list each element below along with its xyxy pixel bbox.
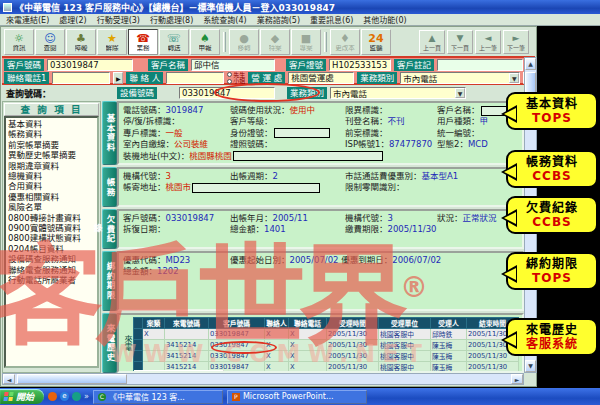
data-field: 裝機地址(中文)：桃園縣桃園 bbox=[123, 151, 383, 161]
chevron-more-icon[interactable]: » bbox=[84, 392, 89, 401]
menu-item-business-consult[interactable]: 業務諮詢(5) bbox=[257, 14, 300, 25]
customer-number-field[interactable]: 033019847 bbox=[47, 59, 133, 71]
device-number-button[interactable]: 設備號碼 bbox=[117, 87, 157, 99]
toolbar-button-business[interactable]: ☎業務 bbox=[128, 29, 158, 55]
scrollbar-thumb[interactable] bbox=[17, 374, 127, 384]
redacted-box bbox=[192, 183, 320, 193]
sidebar-item[interactable]: 優惠相關資料 bbox=[8, 192, 95, 202]
toolbar-button-monitor[interactable]: 24監聽 bbox=[361, 29, 391, 55]
scroll-right-button[interactable]: ► bbox=[511, 374, 523, 384]
sidebar-item[interactable]: 行動電話所屬業者 bbox=[8, 275, 95, 285]
sidebar-item[interactable]: 0204帳目資料 bbox=[8, 244, 95, 254]
scroll-down-button[interactable]: ▼ bbox=[525, 360, 536, 372]
toolbar-button-report[interactable]: ♠申報 bbox=[190, 29, 220, 55]
sidebar-item[interactable]: 限期違章資料 bbox=[8, 161, 95, 171]
callout-basic-info: 基本資料 TOPS bbox=[506, 92, 598, 130]
tab-billing[interactable]: 帳務 bbox=[102, 167, 117, 207]
prev-page-button[interactable]: ▲上一頁 bbox=[419, 30, 445, 54]
toolbar-button-transfer[interactable]: ☏轉送 bbox=[159, 29, 189, 55]
field-row: 客戶號碼：033019847 出帳年月：2005/11 機構代號：3 狀況：正常… bbox=[123, 213, 518, 224]
window-titlebar[interactable]: 《中華電信 123 客戶服務中心》【總機台】－標準值機人員－登入03301984… bbox=[0, 0, 600, 14]
customer-name-label: 客戶名稱 bbox=[148, 59, 188, 71]
chevron-down-icon[interactable]: ▼ bbox=[509, 73, 519, 83]
menu-item-incoming-link[interactable]: 來電連結(E) bbox=[6, 14, 49, 25]
radio-icon bbox=[227, 72, 232, 77]
chevron-down-icon[interactable]: ▼ bbox=[455, 88, 465, 98]
tab-call-history[interactable]: 來電歷史 bbox=[102, 313, 117, 373]
next-record-button[interactable]: ►下一筆 bbox=[503, 30, 529, 54]
data-field: 專戶標識：一般 bbox=[123, 128, 230, 139]
sidebar-item[interactable]: 聯絡電查服務通知 bbox=[8, 265, 95, 275]
ie-icon[interactable]: e bbox=[60, 392, 69, 401]
section-contract: 綁約期限 優惠代碼：MD23 優惠起始日別：2005/07/02 優惠到期日：2… bbox=[102, 251, 524, 311]
toolbar-button-fault[interactable]: ♣障礙 bbox=[66, 29, 96, 55]
sidebar-item[interactable]: 異動歷史帳單摘要 bbox=[8, 150, 95, 160]
data-field: 出帳年月：2005/11 bbox=[230, 213, 345, 224]
taskbar-task-app[interactable]: C 《中華電信 123 客... bbox=[93, 390, 223, 404]
table-row[interactable]: X033019847XX2005/11/30桃園客服中邱時鉄2005/11/30 bbox=[134, 329, 519, 340]
region-field[interactable]: 桃園營運處 bbox=[288, 72, 354, 84]
contact-phone-expand-button[interactable]: ▶ bbox=[113, 72, 123, 84]
lookup-icon: ☺ bbox=[44, 33, 55, 45]
tab-arrears[interactable]: 欠費紀錄 bbox=[102, 209, 117, 249]
toolbar-button-release[interactable]: ★解除 bbox=[97, 29, 127, 55]
horizontal-scrollbar[interactable]: ◄ ► bbox=[2, 373, 524, 385]
menu-item-mobile-accept[interactable]: 行動受理(3) bbox=[97, 14, 140, 25]
radio-icon bbox=[227, 79, 232, 84]
scroll-up-button[interactable]: ▲ bbox=[525, 58, 536, 70]
table-row[interactable]: 3415214033019847XX2005/11/30桃園客服中陳玉梅2005… bbox=[134, 351, 519, 362]
move-icon: ● bbox=[239, 33, 249, 45]
next-page-button[interactable]: ▼下一頁 bbox=[447, 30, 473, 54]
toolbar-button-move: ●移轉 bbox=[229, 29, 259, 55]
callout-billing: 帳務資料 CCBS bbox=[506, 150, 598, 188]
sidebar-item[interactable]: 0800轉接計畫資料 bbox=[8, 213, 95, 223]
contact-person-label: 聯 絡 人 bbox=[126, 72, 163, 84]
sidebar-item[interactable]: 總機資料 bbox=[8, 171, 95, 181]
menu-item-system-query[interactable]: 系統查詢(4) bbox=[203, 14, 246, 25]
data-field: 統一編號： bbox=[437, 128, 518, 139]
menu-item-mobile-process[interactable]: 行動處理(8) bbox=[150, 14, 193, 25]
sidebar-item[interactable]: 前案帳單摘要 bbox=[8, 140, 95, 150]
toolbar-button-info[interactable]: ☼資訊 bbox=[4, 29, 34, 55]
customer-id-field[interactable]: H102533153 bbox=[329, 59, 391, 71]
call-history-table[interactable]: 案類 來電號碼 客戶號碼 聯絡人 聯絡電話 受理時間 受理單位 受理人 結束時間… bbox=[133, 317, 519, 373]
tab-basic-info[interactable]: 基本資料 bbox=[102, 101, 117, 165]
right-arrow-icon: ► bbox=[513, 33, 520, 43]
data-field: 前案標識： bbox=[345, 128, 437, 139]
sidebar-item-basic[interactable]: 基本資料 bbox=[8, 119, 95, 129]
tab-contract[interactable]: 綁約期限 bbox=[102, 251, 117, 311]
sidebar-item-billing[interactable]: 帳務資料 bbox=[8, 129, 95, 139]
customer-note-field[interactable] bbox=[437, 59, 523, 71]
monitor-24-icon: 24 bbox=[368, 33, 383, 45]
taskbar-task-powerpoint[interactable]: P Microsoft PowerPoint... bbox=[227, 390, 367, 404]
sidebar-item[interactable]: 0800建構狀態資料 bbox=[8, 233, 95, 243]
menu-item-important-news[interactable]: 重要訊息(6) bbox=[310, 14, 353, 25]
contact-phone-field[interactable] bbox=[52, 72, 110, 84]
screenshot-root: 《中華電信 123 客戶服務中心》【總機台】－標準值機人員－登入03301984… bbox=[0, 0, 600, 405]
redacted-box bbox=[274, 128, 330, 138]
prev-record-button[interactable]: ◄上一筆 bbox=[475, 30, 501, 54]
sidebar-item[interactable]: 合用資料 bbox=[8, 181, 95, 191]
menu-item-process[interactable]: 處理(2) bbox=[59, 14, 86, 25]
scroll-left-button[interactable]: ◄ bbox=[3, 374, 15, 384]
sidebar-item[interactable]: 風險名單 bbox=[8, 202, 95, 212]
browser-icon[interactable] bbox=[48, 392, 57, 401]
toolbar-button-lookup[interactable]: ☺查閱 bbox=[35, 29, 65, 55]
table-header-row: 案類 來電號碼 客戶號碼 聯絡人 聯絡電話 受理時間 受理單位 受理人 結束時間 bbox=[134, 318, 519, 329]
table-corner bbox=[134, 318, 143, 329]
table-row[interactable]: 3415214033019847XX2005/11/30桃園客服中陳玉梅2005… bbox=[134, 340, 519, 351]
business-type-select[interactable]: 市內電話 ▼ bbox=[400, 72, 520, 84]
menu-bar: 來電連結(E) 處理(2) 行動受理(3) 行動處理(8) 系統查詢(4) 業務… bbox=[0, 14, 600, 26]
call-history-grid-wrap: 來電 案類 來電號碼 客戶號碼 聯絡人 聯絡電話 受理時間 受理單位 受理人 bbox=[121, 317, 520, 369]
data-field: 室內自繳線：公司裝維 bbox=[123, 139, 230, 150]
left-arrow-icon: ◄ bbox=[485, 33, 492, 43]
contact-person-field[interactable] bbox=[166, 72, 224, 84]
callout-contract: 綁約期限 TOPS bbox=[506, 252, 598, 290]
sidebar-item[interactable]: 設備碼查服務通知 bbox=[8, 254, 95, 264]
query-business-type-select[interactable]: 市內電話 ▼ bbox=[330, 87, 466, 99]
start-button[interactable]: 開始 bbox=[0, 389, 44, 404]
sidebar-item[interactable]: 0900寬體號碼資料 bbox=[8, 223, 95, 233]
app-shortcut-icon[interactable] bbox=[72, 392, 81, 401]
menu-item-other[interactable]: 其他功能(0) bbox=[363, 14, 406, 25]
customer-name-field[interactable]: 邱中信 bbox=[191, 59, 275, 71]
